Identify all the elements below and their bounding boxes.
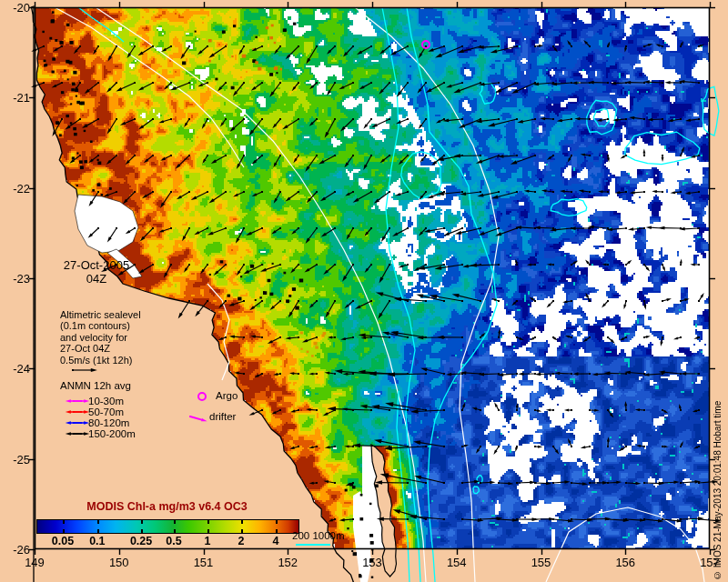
- colorbar-title: MODIS Chl-a mg/m3 v6.4 OC3: [36, 500, 298, 513]
- altimetric-note-line: 0.5m/s (1kt 12h): [60, 355, 141, 366]
- x-axis-label: 154: [437, 556, 477, 569]
- x-axis-label: 150: [99, 556, 139, 569]
- bathymetry-legend-label: 200 1000m: [292, 530, 345, 541]
- anmn-depth-label: 150-200m: [88, 428, 136, 439]
- colorbar-tick: [207, 520, 209, 524]
- x-axis-label: 153: [352, 556, 392, 569]
- argo-legend-label: Argo: [216, 390, 238, 401]
- anmn-depth-label: 10-30m: [88, 396, 124, 406]
- map-canvas: [0, 0, 728, 582]
- y-axis-label: -22: [0, 182, 30, 196]
- altimetric-note-line: (0.1m contours): [60, 320, 141, 331]
- x-axis-label: 151: [184, 556, 224, 569]
- colorbar-tick: [97, 520, 99, 524]
- colorbar-tick: [63, 529, 65, 533]
- colorbar-tick: [141, 529, 143, 533]
- colorbar-tick: [207, 529, 209, 533]
- y-axis-label: -21: [0, 91, 30, 105]
- colorbar-tick: [141, 520, 143, 524]
- x-axis-label: 149: [15, 556, 55, 569]
- bathymetry-legend-line: [296, 544, 330, 546]
- y-axis-label: -24: [0, 362, 30, 376]
- colorbar-tick: [97, 529, 99, 533]
- x-axis-label: 156: [605, 556, 645, 569]
- colorbar-tick: [241, 520, 243, 524]
- figure: 27-Oct-2005 04Z Altimetric sealevel(0.1m…: [0, 0, 728, 582]
- x-axis-label: 152: [268, 556, 308, 569]
- altimetric-note-line: 27-Oct 04Z: [60, 343, 141, 354]
- colorbar-tick-label: 4: [256, 535, 296, 547]
- date-label: 27-Oct-2005: [58, 258, 135, 272]
- colorbar-tick: [63, 520, 65, 524]
- colorbar-tick: [276, 529, 278, 533]
- altimetric-note: Altimetric sealevel(0.1m contours)and ve…: [60, 309, 141, 366]
- colorbar-tick: [174, 529, 176, 533]
- drifter-legend-label: drifter: [209, 411, 236, 422]
- altimetric-note-line: Altimetric sealevel: [60, 309, 141, 320]
- colorbar-tick-label: 0.1: [77, 535, 117, 547]
- y-axis-label: -20: [0, 1, 30, 15]
- date-hour-label: 04Z: [58, 272, 135, 286]
- colorbar-tick: [174, 520, 176, 524]
- anmn-legend-title: ANMN 12h avg: [60, 380, 131, 391]
- colorbar-tick: [276, 520, 278, 524]
- credit-text: © IMOS 21-May-2013 20:01:48 Hobart time: [713, 344, 723, 580]
- colorbar: [36, 519, 299, 534]
- x-axis-label: 155: [521, 556, 561, 569]
- anmn-depth-label: 50-70m: [88, 406, 124, 417]
- y-axis-label: -25: [0, 453, 30, 467]
- colorbar-tick: [241, 529, 243, 533]
- anmn-depth-label: 80-120m: [88, 417, 129, 428]
- y-axis-label: -23: [0, 272, 30, 286]
- altimetric-note-line: and velocity for: [60, 332, 141, 343]
- y-axis-label: -26: [0, 543, 30, 557]
